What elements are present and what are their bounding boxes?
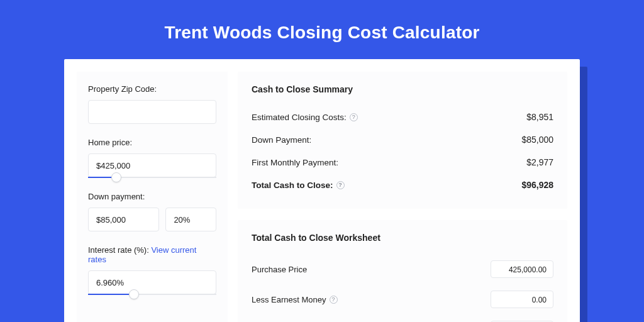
slider-thumb-icon[interactable] bbox=[111, 172, 121, 182]
home-price-input[interactable]: $425,000 bbox=[88, 153, 216, 177]
help-icon[interactable]: ? bbox=[336, 181, 345, 189]
help-icon[interactable]: ? bbox=[350, 113, 358, 121]
down-payment-input[interactable]: $85,000 bbox=[88, 208, 159, 231]
summary-row: Estimated Closing Costs: ? $8,951 bbox=[252, 106, 553, 128]
interest-label: Interest rate (%): View current rates bbox=[88, 245, 216, 264]
home-price-field-group: Home price: $425,000 bbox=[88, 138, 216, 178]
summary-value: $85,000 bbox=[521, 135, 553, 145]
summary-section: Cash to Close Summary Estimated Closing … bbox=[238, 72, 567, 209]
summary-label-text: Estimated Closing Costs: bbox=[252, 113, 347, 122]
zip-input[interactable] bbox=[88, 100, 216, 124]
down-payment-pct-input[interactable]: 20% bbox=[165, 208, 216, 231]
summary-value: $2,977 bbox=[526, 157, 553, 167]
worksheet-label: Purchase Price bbox=[252, 265, 307, 274]
worksheet-input[interactable]: 425,000.00 bbox=[491, 260, 553, 278]
worksheet-row: Less Earnest Money ? 0.00 bbox=[252, 284, 553, 314]
worksheet-row: Total Mortgage Loan Amount 340,000.00 bbox=[252, 314, 553, 322]
page-title: Trent Woods Closing Cost Calculator bbox=[0, 0, 644, 59]
inputs-panel: Property Zip Code: Home price: $425,000 … bbox=[77, 72, 228, 322]
summary-value: $96,928 bbox=[521, 180, 553, 190]
interest-label-text: Interest rate (%): bbox=[88, 245, 151, 255]
summary-label-text: Down Payment: bbox=[252, 135, 311, 145]
worksheet-section: Total Cash to Close Worksheet Purchase P… bbox=[238, 220, 567, 322]
down-payment-label: Down payment: bbox=[88, 192, 216, 201]
worksheet-label: Less Earnest Money bbox=[252, 295, 326, 304]
worksheet-input[interactable]: 0.00 bbox=[491, 291, 553, 308]
down-payment-field-group: Down payment: $85,000 20% bbox=[88, 192, 216, 231]
results-panel: Cash to Close Summary Estimated Closing … bbox=[238, 72, 567, 322]
help-icon[interactable]: ? bbox=[330, 296, 338, 304]
summary-label-text: First Monthly Payment: bbox=[252, 158, 338, 167]
summary-row: First Monthly Payment: $2,977 bbox=[252, 151, 553, 174]
worksheet-title: Total Cash to Close Worksheet bbox=[252, 233, 553, 243]
summary-row: Down Payment: $85,000 bbox=[252, 128, 553, 151]
slider-thumb-icon[interactable] bbox=[129, 289, 139, 299]
home-price-slider[interactable] bbox=[88, 177, 216, 178]
calculator-card: Property Zip Code: Home price: $425,000 … bbox=[64, 59, 580, 322]
calculator-card-wrap: Property Zip Code: Home price: $425,000 … bbox=[64, 59, 580, 322]
zip-label: Property Zip Code: bbox=[88, 84, 216, 94]
interest-input[interactable]: 6.960% bbox=[88, 270, 216, 294]
home-price-label: Home price: bbox=[88, 138, 216, 147]
summary-label-text: Total Cash to Close: bbox=[252, 180, 333, 190]
interest-field-group: Interest rate (%): View current rates 6.… bbox=[88, 245, 216, 295]
worksheet-row: Purchase Price 425,000.00 bbox=[252, 254, 553, 284]
summary-title: Cash to Close Summary bbox=[252, 84, 553, 94]
zip-field-group: Property Zip Code: bbox=[88, 84, 216, 124]
interest-slider[interactable] bbox=[88, 294, 216, 295]
summary-row: Total Cash to Close: ? $96,928 bbox=[252, 174, 553, 196]
summary-value: $8,951 bbox=[526, 112, 553, 122]
